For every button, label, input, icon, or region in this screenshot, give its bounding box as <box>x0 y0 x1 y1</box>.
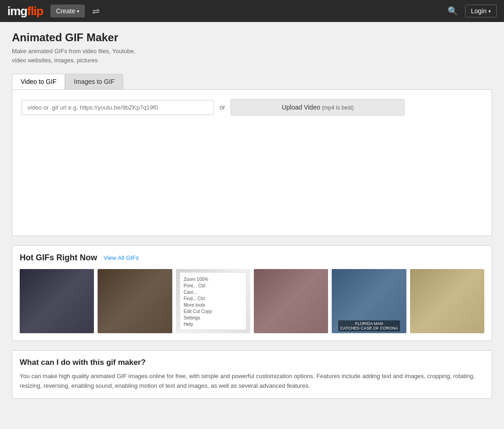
gif-thumbnail[interactable] <box>98 269 172 333</box>
logo-area: imgflip Create ▾ ⇌ <box>7 4 100 18</box>
logo-highlight: flip <box>27 4 43 18</box>
logo[interactable]: imgflip <box>7 4 43 18</box>
hot-gifs-title: Hot GIFs Right Now <box>20 253 97 263</box>
create-label: Create <box>56 7 75 15</box>
or-separator: or <box>219 104 225 111</box>
info-section: What can I do with this gif maker? You c… <box>12 350 492 399</box>
login-label: Login <box>471 7 487 15</box>
chevron-down-icon: ▾ <box>77 9 79 14</box>
gif-image <box>410 269 484 333</box>
gif-thumbnail[interactable] <box>410 269 484 333</box>
header: imgflip Create ▾ ⇌ 🔍 Login ▾ <box>0 0 504 22</box>
gif-image <box>254 269 328 333</box>
gif-image: Zoom 100%Print... CtrlCast...Find... Ctr… <box>176 269 250 333</box>
header-right: 🔍 Login ▾ <box>448 5 497 17</box>
hot-gifs-section: Hot GIFs Right Now View All GIFs Zoom 10… <box>12 245 492 341</box>
create-button[interactable]: Create ▾ <box>50 5 85 17</box>
page-title: Animated GIF Maker <box>12 31 492 44</box>
gif-thumbnail[interactable] <box>254 269 328 333</box>
gif-thumbnail[interactable]: FLORIDA MANCATCHES CASE OF CORONA <box>332 269 406 333</box>
info-text: You can make high quality animated GIF i… <box>20 372 484 391</box>
gif-thumbnail[interactable] <box>20 269 94 333</box>
login-button[interactable]: Login ▾ <box>465 5 497 17</box>
shuffle-icon[interactable]: ⇌ <box>92 6 100 16</box>
gif-image <box>20 269 94 333</box>
page-subtitle: Make animated GIFs from video files, You… <box>12 47 492 65</box>
gif-image: FLORIDA MANCATCHES CASE OF CORONA <box>332 269 406 333</box>
url-row: or Upload Video (mp4 is best) <box>22 99 482 116</box>
tool-panel: or Upload Video (mp4 is best) <box>12 89 492 236</box>
tab-video-to-gif[interactable]: Video to GIF <box>12 74 65 89</box>
hot-gifs-header: Hot GIFs Right Now View All GIFs <box>20 253 484 263</box>
gif-thumbnail[interactable]: Zoom 100%Print... CtrlCast...Find... Ctr… <box>176 269 250 333</box>
gif-image <box>98 269 172 333</box>
upload-video-button[interactable]: Upload Video (mp4 is best) <box>230 99 405 116</box>
upload-note: (mp4 is best) <box>322 104 354 111</box>
tabs: Video to GIF Images to GIF <box>12 74 492 89</box>
gif-grid: Zoom 100%Print... CtrlCast...Find... Ctr… <box>20 269 484 333</box>
info-title: What can I do with this gif maker? <box>20 358 484 367</box>
search-icon[interactable]: 🔍 <box>448 6 458 16</box>
url-input[interactable] <box>22 100 214 115</box>
tab-images-to-gif[interactable]: Images to GIF <box>65 74 123 89</box>
main-content: Animated GIF Maker Make animated GIFs fr… <box>5 22 499 408</box>
login-chevron-icon: ▾ <box>488 9 491 14</box>
view-all-gifs-link[interactable]: View All GIFs <box>104 254 139 261</box>
